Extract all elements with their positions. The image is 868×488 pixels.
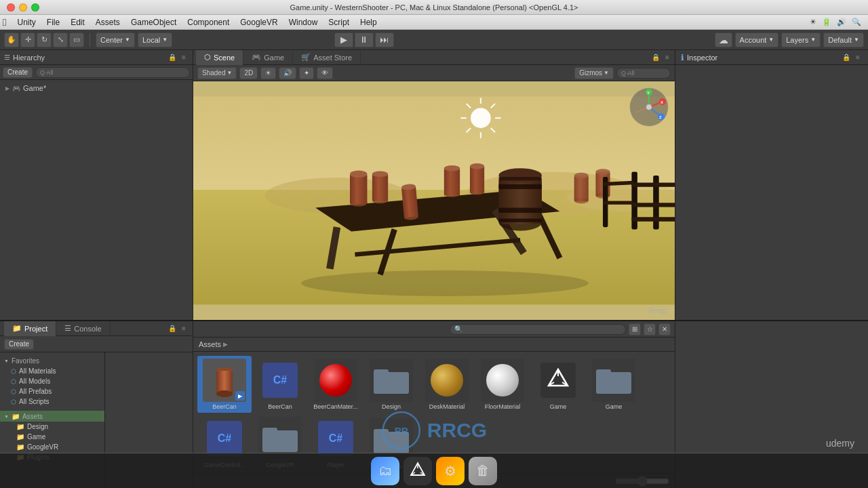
red-sphere-icon	[319, 364, 352, 396]
project-create-btn[interactable]: Create	[4, 339, 34, 350]
menu-googlevr[interactable]: GoogleVR	[235, 16, 283, 28]
favorites-header[interactable]: ▼ Favorites	[0, 355, 104, 366]
scene-search[interactable]: Q·All	[616, 68, 671, 79]
svg-rect-39	[498, 208, 542, 213]
hierarchy-toolbar: Create Q·All	[0, 65, 193, 80]
svg-rect-51	[631, 183, 675, 187]
menu-component[interactable]: Component	[182, 16, 235, 28]
design-folder-item[interactable]: 📁 Design	[0, 422, 104, 432]
pause-button[interactable]: ⏸	[355, 33, 374, 47]
scene-lock[interactable]: 🔒	[651, 53, 660, 62]
close-button[interactable]	[7, 3, 15, 12]
audio-toggle[interactable]: 🔊	[279, 67, 296, 79]
hierarchy-game-item[interactable]: ▶ 🎮 Game*	[0, 83, 193, 94]
inspector-menu[interactable]: ≡	[853, 53, 863, 62]
game-folder-asset-icon	[596, 367, 631, 394]
scene-tab[interactable]: ⬡ Scene	[196, 50, 243, 65]
svg-rect-21	[350, 174, 367, 205]
menu-gameobject[interactable]: GameObject	[125, 16, 182, 28]
game-folder-item[interactable]: 📁 Game	[0, 432, 104, 442]
step-button[interactable]: ⏭	[375, 33, 394, 47]
dock-unity[interactable]	[403, 457, 432, 485]
account-dropdown[interactable]: Account▼	[735, 33, 779, 47]
fav-all-scripts[interactable]: ⬡ All Scripts	[0, 396, 104, 407]
hierarchy-menu[interactable]: ≡	[179, 53, 189, 62]
move-tool[interactable]: ✛	[20, 33, 35, 47]
svg-text:X: X	[660, 100, 663, 104]
apple-menu[interactable]: 	[3, 16, 6, 28]
play-button[interactable]: ▶	[334, 33, 353, 47]
fav-all-materials[interactable]: ⬡ All Materials	[0, 366, 104, 376]
fav-all-models[interactable]: ⬡ All Models	[0, 376, 104, 386]
assets-breadcrumb-label: Assets	[199, 340, 221, 348]
assets-view-btn1[interactable]: ⊞	[629, 323, 641, 336]
assets-tree-label: Assets	[22, 413, 43, 420]
lighting-toggle[interactable]: ☀	[260, 67, 276, 79]
assets-search-input[interactable]	[450, 324, 626, 335]
hidden-toggle[interactable]: 👁	[317, 67, 333, 79]
assets-view-btn3[interactable]: ✕	[658, 323, 671, 336]
scene-view[interactable]: Y X Z	[193, 81, 675, 320]
googlevr-folder-item[interactable]: 📁 GoogleVR	[0, 442, 104, 452]
beercan-material-item[interactable]: BeerCanMater...	[309, 356, 363, 413]
floor-material-item[interactable]: FloorMaterial	[475, 356, 530, 413]
menu-file[interactable]: File	[41, 16, 65, 28]
dock-app3[interactable]: ⚙	[436, 457, 465, 485]
project-tab[interactable]: 📁 Project	[4, 321, 56, 336]
dock-finder[interactable]: 🗂	[371, 457, 399, 485]
local-dropdown[interactable]: Local▼	[138, 33, 172, 47]
gizmos-dropdown[interactable]: Gizmos▼	[574, 67, 614, 79]
asset-store-tab[interactable]: 🛒 Asset Store	[293, 50, 361, 65]
menu-window[interactable]: Window	[283, 16, 323, 28]
hierarchy-lock[interactable]: 🔒	[167, 53, 177, 62]
hierarchy-create-btn[interactable]: Create	[3, 67, 33, 78]
rect-tool[interactable]: ▭	[69, 33, 84, 47]
menu-edit[interactable]: Edit	[65, 16, 90, 28]
2d-toggle[interactable]: 2D	[239, 67, 258, 79]
project-lock[interactable]: 🔒	[167, 324, 177, 333]
beercan-play-icon: ▶	[235, 391, 245, 401]
beercan-script-item[interactable]: BeerCan	[253, 356, 307, 413]
project-menu[interactable]: ≡	[179, 324, 189, 333]
svg-point-22	[350, 170, 367, 178]
design-folder-label: Design	[382, 403, 401, 410]
game-folder-asset[interactable]: Game	[587, 356, 641, 413]
minimize-button[interactable]	[19, 3, 27, 12]
desk-material-item[interactable]: DeskMaterial	[420, 356, 474, 413]
layout-dropdown[interactable]: Default▼	[823, 33, 864, 47]
shading-dropdown[interactable]: Shaded▼	[197, 67, 237, 79]
menu-script[interactable]: Script	[323, 16, 355, 28]
mac-battery-icon: 🔋	[822, 18, 831, 26]
project-toolbar: Create	[0, 336, 193, 352]
menu-unity[interactable]: Unity	[12, 16, 41, 28]
beercan-mesh-item[interactable]: ▶ BeerCan	[197, 356, 252, 413]
console-tab-label: Console	[74, 325, 101, 333]
maximize-button[interactable]	[31, 3, 39, 12]
rotate-tool[interactable]: ↻	[37, 33, 52, 47]
gamecontrol-csharp-icon	[207, 421, 242, 456]
gizmo-widget[interactable]: Y X Z	[629, 87, 669, 129]
svg-rect-40	[498, 218, 542, 222]
assets-view-btn2[interactable]: ☆	[644, 323, 656, 336]
assets-tree-header[interactable]: ▼ 📁 Assets	[0, 411, 104, 422]
fav-all-prefabs[interactable]: ⬡ All Prefabs	[0, 386, 104, 396]
beercan-csharp-icon	[262, 363, 298, 398]
layers-dropdown[interactable]: Layers▼	[781, 33, 821, 47]
hierarchy-search[interactable]: Q·All	[35, 67, 190, 78]
dock-trash[interactable]: 🗑	[469, 457, 497, 485]
console-tab[interactable]: ☰ Console	[56, 321, 110, 336]
hand-tool[interactable]: ✋	[4, 33, 19, 47]
design-folder-asset[interactable]: Design	[364, 356, 418, 413]
mac-search-icon[interactable]: 🔍	[852, 18, 861, 26]
game-unity-item[interactable]: Game	[531, 356, 585, 413]
scale-tool[interactable]: ⤡	[53, 33, 68, 47]
menu-help[interactable]: Help	[355, 16, 382, 28]
effects-toggle[interactable]: ✦	[299, 67, 314, 79]
menu-assets[interactable]: Assets	[90, 16, 125, 28]
center-dropdown[interactable]: Center▼	[96, 33, 135, 47]
cloud-button[interactable]: ☁	[715, 33, 732, 47]
game-tab[interactable]: 🎮 Game	[243, 50, 293, 65]
scene-menu[interactable]: ≡	[663, 53, 672, 62]
hierarchy-panel: ☰ Hierarchy 🔒 ≡ Create Q·All ▶ 🎮 Game*	[0, 50, 193, 320]
inspector-lock[interactable]: 🔒	[842, 53, 851, 62]
